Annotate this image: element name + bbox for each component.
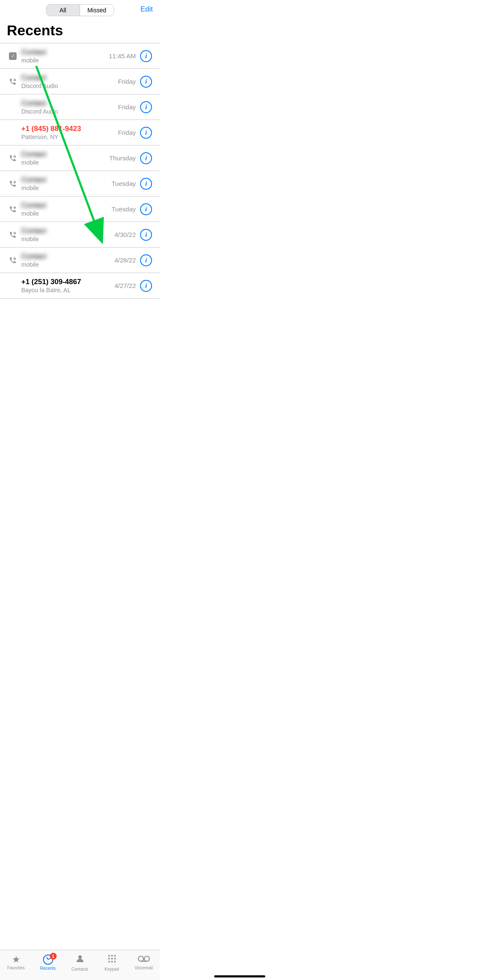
info-circle-4: i bbox=[140, 127, 152, 139]
page-title: Recents bbox=[0, 19, 160, 43]
call-content-4: +1 (845) 881-9423 Patterson, NY bbox=[21, 125, 118, 140]
call-sub-3: Discord Audio bbox=[21, 108, 118, 115]
call-meta-2: Friday i bbox=[118, 75, 153, 88]
call-item-5[interactable]: Contact mobile Thursday i bbox=[0, 145, 160, 171]
call-sub-1: mobile bbox=[21, 57, 109, 64]
call-meta-3: Friday i bbox=[118, 100, 153, 114]
contact-name-2: Contact bbox=[21, 74, 118, 82]
call-sub-10: Bayou la Batre, AL bbox=[21, 287, 115, 293]
outgoing-call-icon-5 bbox=[9, 154, 17, 162]
info-button-2[interactable]: i bbox=[139, 75, 153, 88]
call-item-2[interactable]: Contact Discord Audio Friday i bbox=[0, 69, 160, 94]
outgoing-call-icon-6 bbox=[9, 180, 17, 188]
call-icon-5 bbox=[7, 154, 19, 162]
call-time-8: 4/30/22 bbox=[115, 231, 136, 238]
call-item-8[interactable]: Contact mobile 4/30/22 i bbox=[0, 222, 160, 248]
call-time-6: Tuesday bbox=[112, 180, 136, 187]
call-sub-8: mobile bbox=[21, 236, 115, 242]
call-label-3: Discord Audio bbox=[21, 108, 58, 115]
call-meta-10: 4/27/22 i bbox=[115, 279, 153, 293]
info-circle-1: i bbox=[140, 50, 152, 62]
segment-missed[interactable]: Missed bbox=[80, 5, 113, 16]
call-time-4: Friday bbox=[118, 129, 136, 136]
call-item-7[interactable]: Contact mobile Tuesday i bbox=[0, 197, 160, 222]
info-circle-5: i bbox=[140, 152, 152, 164]
call-time-3: Friday bbox=[118, 103, 136, 111]
contact-name-4: +1 (845) 881-9423 bbox=[21, 125, 118, 133]
call-content-10: +1 (251) 309-4867 Bayou la Batre, AL bbox=[21, 278, 115, 293]
call-item-6[interactable]: Contact mobile Tuesday i bbox=[0, 171, 160, 197]
info-circle-2: i bbox=[140, 76, 152, 88]
call-content-3: Contact Discord Audio bbox=[21, 99, 118, 115]
call-time-7: Tuesday bbox=[112, 205, 136, 213]
call-sub-2: Discord Audio bbox=[21, 83, 118, 89]
call-label-1: mobile bbox=[21, 57, 39, 64]
segment-all[interactable]: All bbox=[46, 5, 80, 16]
call-item-9[interactable]: Contact mobile 4/28/22 i bbox=[0, 248, 160, 273]
call-label-2: Discord Audio bbox=[21, 83, 58, 89]
call-icon-1: ✓ bbox=[7, 52, 19, 60]
call-content-7: Contact mobile bbox=[21, 201, 112, 217]
contact-name-5: Contact bbox=[21, 150, 109, 159]
call-label-9: mobile bbox=[21, 261, 39, 268]
segment-control-bar: All Missed Edit bbox=[0, 0, 160, 19]
contact-name-8: Contact bbox=[21, 227, 115, 235]
call-label-5: mobile bbox=[21, 159, 39, 166]
call-meta-5: Thursday i bbox=[109, 151, 153, 165]
outgoing-call-icon-7 bbox=[9, 205, 17, 213]
call-item-10[interactable]: +1 (251) 309-4867 Bayou la Batre, AL 4/2… bbox=[0, 273, 160, 299]
main-content: All Missed Edit Recents ✓ Contact mobile… bbox=[0, 0, 160, 337]
call-icon-7 bbox=[7, 205, 19, 213]
edit-button[interactable]: Edit bbox=[141, 5, 153, 14]
call-icon-9 bbox=[7, 256, 19, 264]
call-icon-2 bbox=[7, 78, 19, 85]
call-meta-8: 4/30/22 i bbox=[115, 228, 153, 242]
call-time-1: 11:45 AM bbox=[109, 52, 136, 60]
call-meta-4: Friday i bbox=[118, 126, 153, 140]
call-label-7: mobile bbox=[21, 210, 39, 217]
contact-name-3: Contact bbox=[21, 99, 118, 108]
contact-name-7: Contact bbox=[21, 201, 112, 210]
call-icon-6 bbox=[7, 180, 19, 188]
call-time-9: 4/28/22 bbox=[115, 256, 136, 264]
info-button-9[interactable]: i bbox=[139, 254, 153, 267]
call-time-2: Friday bbox=[118, 78, 136, 85]
call-label-10: Bayou la Batre, AL bbox=[21, 287, 71, 293]
call-content-2: Contact Discord Audio bbox=[21, 74, 118, 89]
info-button-1[interactable]: i bbox=[139, 49, 153, 63]
info-button-7[interactable]: i bbox=[139, 202, 153, 216]
call-meta-7: Tuesday i bbox=[112, 202, 153, 216]
call-list: ✓ Contact mobile 11:45 AM i bbox=[0, 43, 160, 299]
outgoing-call-icon bbox=[9, 78, 17, 85]
info-button-10[interactable]: i bbox=[139, 279, 153, 293]
info-button-8[interactable]: i bbox=[139, 228, 153, 242]
call-time-5: Thursday bbox=[109, 154, 136, 162]
call-item-4[interactable]: +1 (845) 881-9423 Patterson, NY Friday i bbox=[0, 120, 160, 145]
call-sub-9: mobile bbox=[21, 261, 115, 268]
info-circle-7: i bbox=[140, 203, 152, 215]
info-button-5[interactable]: i bbox=[139, 151, 153, 165]
call-label-6: mobile bbox=[21, 185, 39, 191]
contact-name-9: Contact bbox=[21, 252, 115, 261]
outgoing-call-icon-8 bbox=[9, 231, 17, 239]
info-circle-6: i bbox=[140, 178, 152, 190]
call-sub-6: mobile bbox=[21, 185, 112, 191]
call-meta-6: Tuesday i bbox=[112, 177, 153, 191]
call-content-1: Contact mobile bbox=[21, 48, 109, 64]
info-button-6[interactable]: i bbox=[139, 177, 153, 191]
call-label-4: Patterson, NY bbox=[21, 134, 58, 140]
info-button-4[interactable]: i bbox=[139, 126, 153, 140]
call-content-9: Contact mobile bbox=[21, 252, 115, 268]
call-item-1[interactable]: ✓ Contact mobile 11:45 AM i bbox=[0, 43, 160, 69]
info-circle-9: i bbox=[140, 254, 152, 266]
call-time-10: 4/27/22 bbox=[115, 282, 136, 289]
info-circle-3: i bbox=[140, 101, 152, 113]
segment-wrapper: All Missed bbox=[46, 4, 114, 16]
call-item-3[interactable]: Contact Discord Audio Friday i bbox=[0, 94, 160, 120]
call-sub-4: Patterson, NY bbox=[21, 134, 118, 140]
call-sub-5: mobile bbox=[21, 159, 109, 166]
contact-name-6: Contact bbox=[21, 176, 112, 184]
outgoing-call-icon-9 bbox=[9, 256, 17, 264]
info-button-3[interactable]: i bbox=[139, 100, 153, 114]
call-label-8: mobile bbox=[21, 236, 39, 242]
